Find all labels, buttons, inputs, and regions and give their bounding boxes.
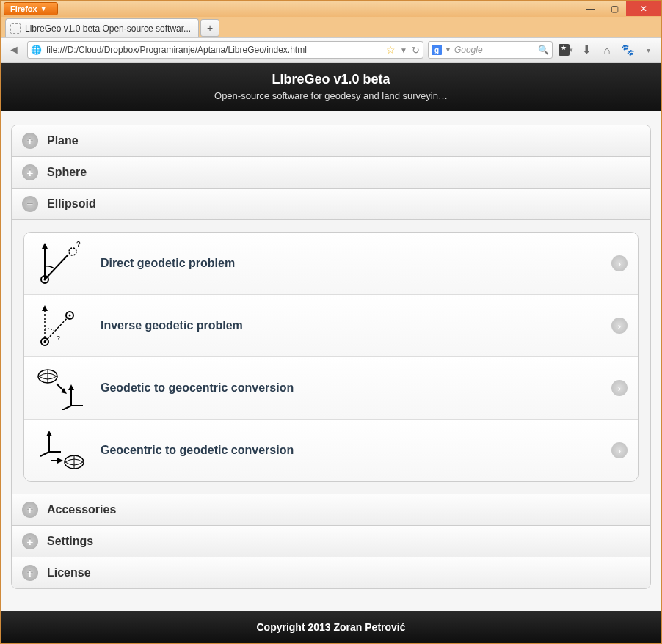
svg-marker-28: [57, 458, 63, 464]
svg-point-13: [69, 315, 71, 317]
svg-text:?: ?: [57, 334, 60, 342]
accordion-label: Accessories: [47, 503, 116, 516]
chevron-right-icon: ›: [611, 380, 628, 396]
tabstrip: LibreGeo v1.0 beta Open-source softwar..…: [1, 17, 661, 37]
accordion-header-plane[interactable]: + Plane: [12, 125, 650, 156]
chevron-right-icon: ›: [611, 318, 628, 334]
svg-point-11: [44, 341, 46, 343]
svg-marker-24: [46, 431, 52, 436]
accordion-plane: + Plane: [12, 125, 650, 157]
window-controls: — ▢ ✕: [579, 1, 661, 16]
accordion-label: Ellipsoid: [47, 197, 96, 211]
reload-icon[interactable]: ↻: [412, 45, 420, 56]
addon-icon[interactable]: 🐾: [620, 43, 635, 57]
page-title: LibreGeo v1.0 beta: [8, 72, 654, 87]
accordion-header-license[interactable]: + License: [12, 557, 650, 588]
ellipsoid-list: ? Direct geodetic problem ›: [23, 232, 639, 482]
globe-icon: 🌐: [31, 45, 42, 55]
accordion-group: + Plane + Sphere − Ellipsoid: [11, 125, 651, 589]
chevron-down-icon: ▼: [40, 5, 47, 12]
direct-problem-icon: ?: [34, 240, 87, 287]
list-item-geocentric-to-geo[interactable]: Geocentric to geodetic conversion ›: [24, 420, 638, 481]
accordion-label: License: [47, 566, 91, 579]
page-subtitle: Open-source software for geodesy and lan…: [8, 90, 654, 101]
plus-icon: +: [22, 164, 38, 180]
accordion-header-sphere[interactable]: + Sphere: [12, 157, 650, 188]
svg-line-26: [40, 452, 49, 456]
page: LibreGeo v1.0 beta Open-source software …: [1, 63, 661, 643]
plus-icon: +: [22, 502, 38, 518]
accordion-header-accessories[interactable]: + Accessories: [12, 494, 650, 525]
accordion-accessories: + Accessories: [12, 494, 650, 526]
firefox-label: Firefox: [10, 4, 37, 13]
list-label: Geocentric to geodetic conversion: [101, 444, 598, 457]
svg-marker-20: [68, 384, 74, 390]
new-tab-button[interactable]: +: [200, 19, 219, 37]
list-label: Direct geodetic problem: [101, 257, 598, 270]
accordion-label: Settings: [47, 535, 93, 548]
browser-window: Firefox ▼ — ▢ ✕ LibreGeo v1.0 beta Open-…: [0, 0, 662, 644]
url-text: file:///D:/Cloud/Dropbox/Programiranje/A…: [46, 45, 382, 55]
plus-icon: +: [22, 565, 38, 581]
tab-title: LibreGeo v1.0 beta Open-source softwar..…: [25, 23, 191, 34]
geocentric-to-geo-icon: [34, 427, 87, 474]
downloads-icon[interactable]: ⬇: [579, 43, 594, 57]
svg-marker-1: [42, 243, 48, 249]
chevron-right-icon: ›: [611, 255, 628, 271]
plus-icon: +: [22, 133, 38, 149]
url-bar[interactable]: 🌐 file:///D:/Cloud/Dropbox/Programiranje…: [27, 41, 423, 59]
inverse-problem-icon: ?: [34, 302, 87, 349]
chevron-right-icon: ›: [611, 442, 628, 458]
nav-toolbar: ◄ 🌐 file:///D:/Cloud/Dropbox/Programiran…: [1, 37, 661, 62]
list-item-inverse[interactable]: ? Inverse geodetic problem ›: [24, 295, 638, 357]
close-button[interactable]: ✕: [626, 1, 661, 16]
svg-point-5: [69, 248, 76, 255]
plus-icon: +: [22, 533, 38, 549]
firefox-menu-button[interactable]: Firefox ▼: [4, 2, 58, 15]
accordion-label: Sphere: [47, 166, 87, 179]
svg-text:?: ?: [76, 241, 81, 249]
accordion-body-ellipsoid: ? Direct geodetic problem ›: [12, 219, 650, 494]
titlebar: Firefox ▼ — ▢ ✕: [1, 1, 661, 17]
menu-dropdown-icon[interactable]: ▾: [641, 43, 655, 57]
accordion-header-ellipsoid[interactable]: − Ellipsoid: [12, 189, 650, 219]
svg-point-4: [44, 279, 46, 281]
page-header: LibreGeo v1.0 beta Open-source software …: [1, 63, 661, 111]
svg-marker-8: [42, 305, 48, 311]
back-button[interactable]: ◄: [5, 41, 23, 59]
footer-text: Copyright 2013 Zoran Petrović: [256, 621, 405, 633]
svg-line-2: [45, 255, 68, 279]
search-engine-dropdown-icon[interactable]: ▼: [445, 46, 451, 54]
minimize-button[interactable]: —: [579, 1, 603, 16]
home-icon[interactable]: ⌂: [600, 43, 614, 57]
google-icon: g: [432, 45, 442, 55]
geo-to-geocentric-icon: [34, 365, 87, 411]
list-label: Inverse geodetic problem: [101, 319, 598, 332]
history-dropdown-icon[interactable]: ▼: [400, 46, 407, 54]
page-footer: Copyright 2013 Zoran Petrović: [1, 611, 661, 643]
search-bar[interactable]: g ▼ Google 🔍: [428, 41, 553, 59]
svg-line-22: [62, 406, 71, 410]
browser-tab[interactable]: LibreGeo v1.0 beta Open-source softwar..…: [5, 18, 199, 37]
list-label: Geodetic to geocentric conversion: [101, 381, 598, 395]
bookmarks-menu-icon[interactable]: ▾: [559, 43, 573, 57]
toolbar-icons: ▾ ⬇ ⌂ 🐾 ▾: [557, 43, 657, 57]
bookmark-star-icon[interactable]: ☆: [386, 44, 396, 56]
accordion-sphere: + Sphere: [12, 157, 650, 189]
accordion-label: Plane: [47, 134, 79, 147]
page-icon: [10, 23, 21, 34]
content-area: + Plane + Sphere − Ellipsoid: [1, 111, 661, 611]
viewport: LibreGeo v1.0 beta Open-source software …: [1, 62, 661, 643]
minus-icon: −: [22, 196, 38, 212]
accordion-ellipsoid: − Ellipsoid: [12, 189, 650, 494]
list-item-geo-to-geocentric[interactable]: Geodetic to geocentric conversion ›: [24, 357, 638, 420]
accordion-settings: + Settings: [12, 526, 650, 557]
search-icon[interactable]: 🔍: [538, 45, 549, 55]
maximize-button[interactable]: ▢: [603, 1, 626, 16]
accordion-license: + License: [12, 557, 650, 588]
search-placeholder: Google: [454, 45, 535, 55]
accordion-header-settings[interactable]: + Settings: [12, 526, 650, 557]
list-item-direct[interactable]: ? Direct geodetic problem ›: [24, 233, 638, 295]
